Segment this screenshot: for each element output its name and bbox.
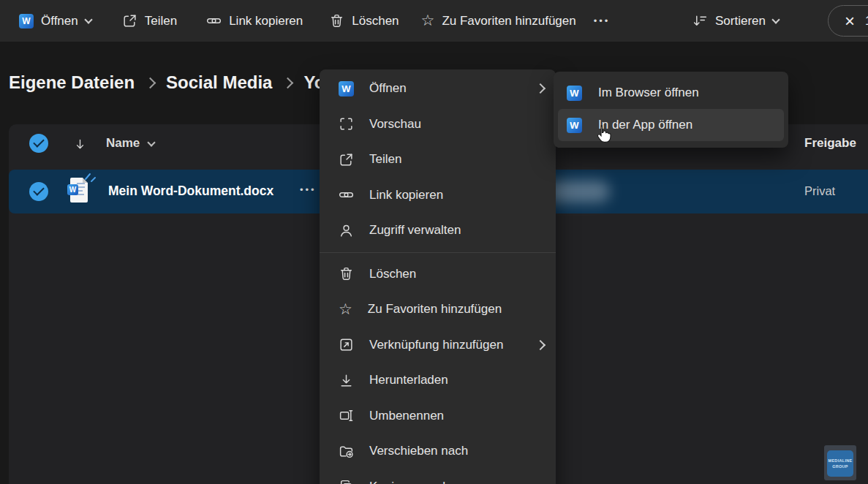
menu-item-label: Öffnen (369, 81, 407, 96)
copy-link-button[interactable]: Link kopieren (199, 7, 310, 34)
clear-selection-icon[interactable] (845, 12, 855, 30)
menu-item-verschieben-nach[interactable]: Verschieben nach (320, 434, 556, 469)
sort-direction-arrow-icon[interactable] (73, 137, 87, 151)
breadcrumb: Eigene Dateien Social Media You (9, 72, 336, 93)
chevron-down-icon (771, 15, 780, 23)
star-icon (421, 12, 435, 29)
chevron-right-icon (145, 77, 156, 88)
menu-item-teilen[interactable]: Teilen (320, 142, 556, 178)
chevron-right-icon (535, 340, 546, 350)
menu-item-zugriff-verwalten[interactable]: Zugriff verwalten (320, 213, 556, 249)
menu-divider (320, 252, 556, 253)
chevron-down-icon (84, 15, 92, 23)
column-header-name-label: Name (106, 136, 140, 151)
menu-item-vorschau[interactable]: Vorschau (320, 107, 556, 143)
row-share-status: Privat (804, 184, 835, 198)
person-icon (339, 223, 354, 238)
add-to-favorites-button[interactable]: Zu Favoriten hinzufügen (414, 7, 584, 35)
menu-item-label: Löschen (369, 267, 416, 281)
chevron-right-icon (282, 77, 294, 88)
watermark-line1: MEDIALINE (829, 458, 853, 463)
menu-item-umbenennen[interactable]: Umbenennen (320, 398, 556, 434)
watermark: MEDIALINE GROUP (824, 445, 856, 480)
menu-item-label: Umbenennen (369, 409, 444, 423)
menu-item-label: Zu Favoriten hinzufügen (368, 302, 502, 317)
menu-item-label: Link kopieren (369, 188, 443, 203)
sort-button-label: Sortieren (715, 14, 766, 29)
click-indicator-icon (83, 170, 98, 184)
breadcrumb-item-social-media[interactable]: Social Media (166, 72, 272, 93)
select-all-checkbox[interactable] (29, 134, 48, 153)
menu-item-herunterladen[interactable]: Herunterladen (320, 363, 556, 398)
word-icon (567, 86, 582, 101)
menu-item-link-kopieren[interactable]: Link kopieren (320, 178, 556, 213)
menu-item-label: Kopieren nach (369, 480, 450, 484)
command-toolbar: Öffnen Teilen Link kopieren Löschen Zu F… (0, 0, 868, 42)
submenu-item-label: Im Browser öffnen (598, 86, 699, 100)
menu-item-oeffnen[interactable]: Öffnen (320, 71, 556, 107)
chevron-right-icon (535, 83, 546, 94)
menu-item-label: Verschieben nach (369, 444, 468, 458)
menu-item-verknuepfung-hinzufuegen[interactable]: Verknüpfung hinzufügen (320, 328, 556, 363)
copy-link-button-label: Link kopieren (229, 14, 303, 29)
menu-item-label: Verknüpfung hinzufügen (369, 338, 503, 352)
breadcrumb-item-eigene-dateien[interactable]: Eigene Dateien (9, 72, 135, 93)
menu-item-label: Zugriff verwalten (369, 223, 461, 238)
shortcut-icon (339, 337, 354, 352)
open-submenu: Im Browser öffnen In der App öffnen (554, 72, 788, 148)
share-button-label: Teilen (145, 14, 177, 29)
link-icon (206, 13, 222, 29)
delete-button-label: Löschen (352, 14, 399, 29)
trash-icon (339, 266, 354, 281)
sort-icon (692, 13, 708, 29)
link-icon (339, 187, 354, 203)
preview-icon (339, 116, 354, 132)
hand-cursor-icon (592, 123, 614, 146)
submenu-item-im-browser-oeffnen[interactable]: Im Browser öffnen (558, 77, 784, 109)
share-icon (339, 152, 354, 167)
menu-item-label: Herunterladen (369, 373, 448, 387)
open-button[interactable]: Öffnen (12, 8, 99, 34)
menu-item-kopieren-nach[interactable]: Kopieren nach (320, 469, 556, 484)
share-button[interactable]: Teilen (115, 7, 184, 34)
medialine-logo: MEDIALINE GROUP (827, 450, 853, 477)
menu-item-label: Teilen (369, 152, 401, 167)
copy-icon (339, 479, 354, 484)
column-header-name[interactable]: Name (106, 136, 154, 151)
word-icon (339, 81, 354, 97)
context-menu: Öffnen Vorschau Teilen Link kopieren Zug… (320, 69, 556, 484)
menu-item-zu-favoriten[interactable]: Zu Favoriten hinzufügen (320, 292, 556, 328)
row-checkbox[interactable] (29, 182, 48, 201)
share-icon (122, 13, 137, 29)
open-button-label: Öffnen (41, 14, 78, 29)
rename-icon (339, 408, 354, 423)
word-icon (567, 118, 582, 133)
move-folder-icon (339, 444, 354, 459)
file-name[interactable]: Mein Word-Dokument.docx (108, 184, 273, 199)
word-icon (19, 14, 34, 29)
menu-item-loeschen[interactable]: Löschen (320, 257, 556, 292)
menu-item-label: Vorschau (369, 117, 421, 132)
chevron-down-icon (148, 138, 156, 146)
star-icon (339, 301, 352, 317)
watermark-line2: GROUP (832, 464, 848, 469)
download-icon (339, 373, 354, 388)
delete-button[interactable]: Löschen (322, 7, 406, 34)
more-commands-button[interactable]: ••• (586, 10, 618, 32)
trash-icon (329, 13, 344, 29)
sort-button[interactable]: Sortieren (685, 7, 786, 34)
row-more-actions-icon[interactable]: ••• (300, 184, 317, 195)
more-icon: ••• (594, 15, 611, 26)
selection-count-pill[interactable]: 1 au (828, 5, 868, 37)
selection-count-label: 1 au (865, 14, 868, 29)
favorites-button-label: Zu Favoriten hinzufügen (442, 14, 575, 29)
column-header-freigabe[interactable]: Freigabe (804, 136, 856, 151)
